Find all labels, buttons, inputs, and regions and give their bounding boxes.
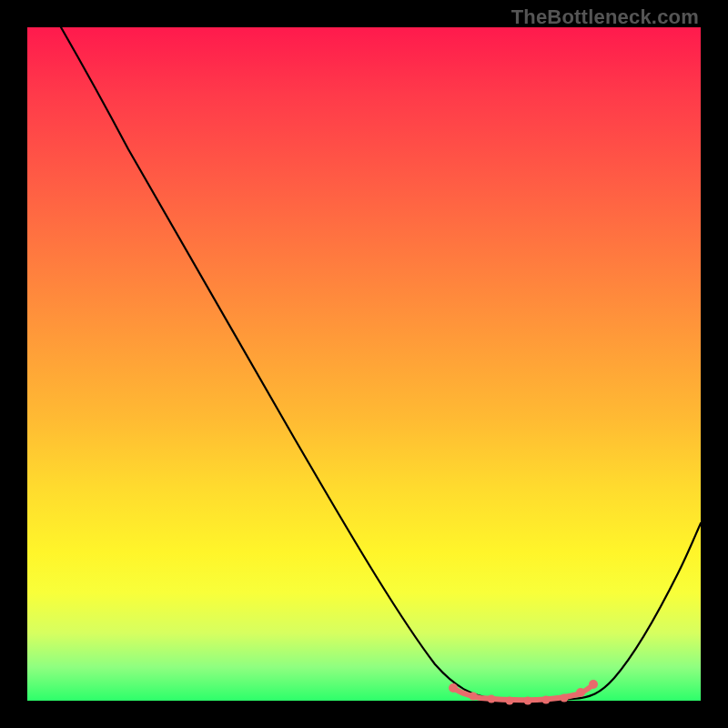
- chart-frame: TheBottleneck.com: [0, 0, 728, 728]
- accent-dot: [561, 694, 569, 703]
- plot-area: [27, 27, 701, 701]
- watermark-text: TheBottleneck.com: [511, 5, 699, 29]
- bottleneck-curve: [61, 27, 701, 701]
- accent-dot-right: [589, 680, 598, 689]
- accent-dot: [506, 697, 514, 705]
- accent-dot-left: [449, 683, 458, 693]
- accent-dot: [576, 688, 585, 697]
- accent-dot: [470, 693, 478, 701]
- curve-svg: [27, 27, 701, 701]
- accent-dot: [524, 697, 532, 705]
- accent-dot: [488, 695, 496, 703]
- accent-dot: [542, 696, 551, 704]
